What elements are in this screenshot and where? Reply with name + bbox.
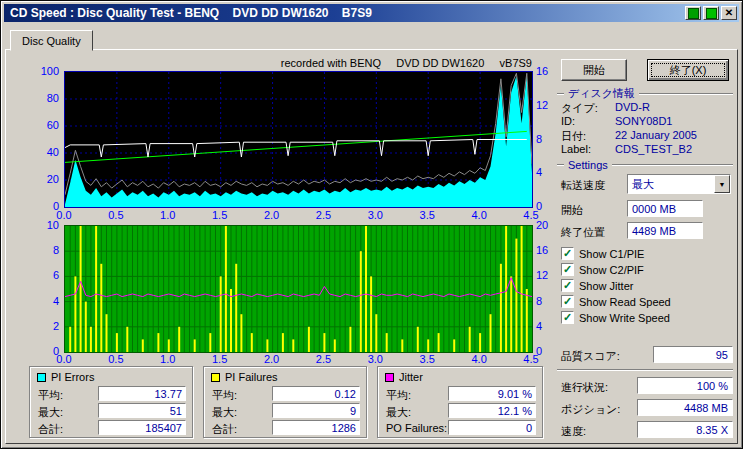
tab-disc-quality[interactable]: Disc Quality [10, 30, 93, 51]
stat-label: 合計: [212, 422, 237, 437]
axis-tick-label: 1.5 [205, 209, 235, 221]
checkbox-show-write-speed[interactable]: ✓ [561, 311, 574, 324]
axis-tick-label: 1.0 [153, 209, 183, 221]
checkbox-show-jitter[interactable]: ✓ [561, 279, 574, 292]
divider [557, 93, 564, 95]
titlebar-disc-icon-button[interactable] [703, 6, 719, 20]
read-speed-series [65, 131, 527, 162]
stat-label: 最大: [386, 405, 411, 420]
green-disc-icon [706, 8, 717, 19]
checkbox-label: Show C2/PIF [579, 264, 644, 276]
divider [639, 93, 733, 95]
jitter-avg-field: 9.01 % [448, 386, 536, 401]
jitter-title: Jitter [399, 371, 423, 383]
axis-tick-label: 2 [27, 320, 59, 332]
stat-label: 最大: [212, 405, 237, 420]
start-position-field[interactable]: 0000 MB [627, 200, 703, 217]
stat-value: 13.77 [154, 388, 182, 400]
axis-tick-label: 40 [27, 146, 59, 158]
position-value: 4488 MB [684, 402, 728, 414]
checkbox-show-c1pie[interactable]: ✓ [561, 247, 574, 260]
stat-value: 9 [350, 405, 356, 417]
jitter-swatch [385, 373, 394, 382]
close-icon: ✕ [725, 8, 733, 18]
axis-tick-label: 0.5 [101, 209, 131, 221]
progress-field: 100 % [637, 377, 733, 394]
start-position-label: 開始 [561, 203, 583, 218]
close-button[interactable]: ✕ [721, 6, 737, 20]
axis-tick-label: 2.0 [257, 353, 287, 365]
stat-label: 平均: [38, 388, 63, 403]
disc-label-value: CDS_TEST_B2 [615, 143, 692, 155]
app-window: CD Speed : Disc Quality Test - BENQ DVD … [0, 0, 743, 449]
pi-failures-avg-field: 0.12 [272, 386, 360, 401]
transfer-speed-combobox[interactable]: 最大 ▼ [627, 174, 731, 194]
surface-noise-series [65, 73, 532, 195]
grid [65, 226, 532, 352]
checkbox-show-c2pif[interactable]: ✓ [561, 263, 574, 276]
axis-tick-label: 0.0 [49, 353, 79, 365]
titlebar[interactable]: CD Speed : Disc Quality Test - BENQ DVD … [4, 4, 739, 22]
quality-score-field: 95 [653, 346, 733, 363]
stat-value: 185407 [145, 422, 182, 434]
checkbox-label: Show C1/PIE [579, 248, 644, 260]
exit-button-label: 終了(X) [670, 63, 707, 78]
axis-tick-label: 2.0 [257, 209, 287, 221]
titlebar-graph-icon-button[interactable] [685, 6, 701, 20]
pi-errors-header: PI Errors [37, 371, 94, 383]
pi-failures-max-field: 9 [272, 403, 360, 418]
axis-tick-label: 12 [536, 99, 560, 111]
disc-info-section-header: ディスク情報 [557, 86, 733, 101]
axis-tick-label: 4 [536, 166, 560, 178]
axis-tick-label: 6 [27, 269, 59, 281]
pif-jitter-chart [64, 225, 533, 353]
disc-info-title: ディスク情報 [564, 86, 639, 101]
check-icon: ✓ [563, 296, 572, 307]
stat-label: PO Failures: [386, 422, 447, 434]
tab-label: Disc Quality [22, 35, 81, 47]
speed-value: 8.35 X [696, 424, 728, 436]
quality-score-label: 品質スコア: [561, 349, 620, 364]
pi-errors-avg-field: 13.77 [98, 386, 186, 401]
stat-value: 51 [170, 405, 182, 417]
axis-tick-label: 2.5 [308, 353, 338, 365]
stat-label: 最大: [38, 405, 63, 420]
checkbox-row-jitter: ✓ Show Jitter [561, 279, 633, 292]
axis-tick-label: 8 [536, 295, 560, 307]
disc-date-value: 22 January 2005 [615, 129, 697, 141]
pi-errors-swatch [37, 373, 46, 382]
check-icon: ✓ [563, 248, 572, 259]
speed-dropdown-button[interactable]: ▼ [714, 175, 730, 193]
axis-tick-label: 4.0 [464, 353, 494, 365]
settings-section-header: Settings [557, 159, 733, 171]
pi-failures-title: PI Failures [225, 371, 278, 383]
transfer-speed-value: 最大 [628, 177, 654, 192]
exit-button[interactable]: 終了(X) [647, 59, 729, 81]
axis-tick-label: 0.5 [101, 353, 131, 365]
axis-tick-label: 2.5 [308, 209, 338, 221]
c1-pie-series [65, 75, 532, 207]
checkbox-show-read-speed[interactable]: ✓ [561, 295, 574, 308]
jitter-header: Jitter [385, 371, 423, 383]
jitter-box: Jitter 平均: 9.01 % 最大: 12.1 % PO Failures… [377, 366, 543, 438]
speed-field: 8.35 X [637, 421, 733, 438]
po-failures-field: 0 [448, 420, 536, 435]
axis-tick-label: 3.5 [412, 353, 442, 365]
stat-value: 12.1 % [498, 405, 532, 417]
checkbox-row-c1pie: ✓ Show C1/PIE [561, 247, 644, 260]
end-position-field[interactable]: 4489 MB [627, 222, 703, 239]
axis-tick-label: 4 [27, 295, 59, 307]
pi-errors-max-field: 51 [98, 403, 186, 418]
stat-label: 合計: [38, 422, 63, 437]
axis-tick-label: 20 [536, 219, 560, 231]
axis-tick-label: 1.0 [153, 353, 183, 365]
jitter-max-field: 12.1 % [448, 403, 536, 418]
axis-tick-label: 80 [27, 92, 59, 104]
axis-tick-label: 12 [536, 269, 560, 281]
axis-tick-label: 3.5 [412, 209, 442, 221]
axis-tick-label: 4 [536, 320, 560, 332]
settings-title: Settings [564, 159, 612, 171]
start-button[interactable]: 開始 [561, 59, 627, 81]
stat-value: 0.12 [335, 388, 356, 400]
checkbox-row-c2pif: ✓ Show C2/PIF [561, 263, 644, 276]
